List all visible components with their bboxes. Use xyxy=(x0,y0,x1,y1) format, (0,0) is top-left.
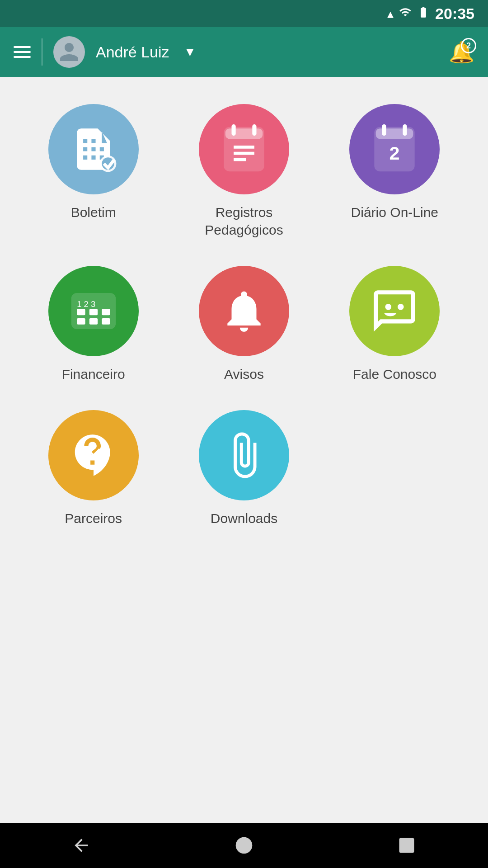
bottom-navigation-bar xyxy=(0,823,488,868)
boletim-label: Boletim xyxy=(71,203,116,221)
svg-rect-20 xyxy=(89,318,97,325)
fale-label: Fale Conosco xyxy=(353,365,436,383)
svg-rect-16 xyxy=(77,309,85,315)
svg-rect-18 xyxy=(102,309,110,315)
registros-label: Registros Pedagógicos xyxy=(178,203,310,239)
svg-rect-10 xyxy=(376,128,413,139)
svg-text:2: 2 xyxy=(389,143,400,164)
battery-icon xyxy=(417,6,430,22)
downloads-label: Downloads xyxy=(211,509,277,527)
fale-icon-circle xyxy=(349,266,440,356)
svg-point-24 xyxy=(236,837,253,854)
notification-badge: 2 xyxy=(461,38,476,53)
back-button[interactable] xyxy=(71,835,91,855)
menu-item-diario[interactable]: 2 Diário On-Line xyxy=(328,104,461,239)
menu-item-parceiros[interactable]: Parceiros xyxy=(27,410,160,527)
menu-grid: Boletim Registros Pedagógicos xyxy=(27,104,461,527)
menu-item-financeiro[interactable]: 1 2 3 Financeiro xyxy=(27,266,160,383)
boletim-icon-circle xyxy=(48,104,139,194)
user-name: André Luiz xyxy=(96,43,169,61)
dropdown-arrow-icon[interactable]: ▼ xyxy=(184,45,197,59)
wifi-icon: ▴ xyxy=(387,6,394,21)
parceiros-icon-circle xyxy=(48,410,139,500)
avisos-icon-circle xyxy=(199,266,289,356)
svg-point-22 xyxy=(385,304,392,310)
avisos-label: Avisos xyxy=(224,365,264,383)
avatar xyxy=(53,36,85,68)
home-button[interactable] xyxy=(234,835,254,855)
svg-rect-25 xyxy=(399,838,414,853)
financeiro-label: Financeiro xyxy=(62,365,125,383)
menu-item-registros[interactable]: Registros Pedagógicos xyxy=(178,104,310,239)
svg-rect-17 xyxy=(89,309,97,315)
registros-icon-circle xyxy=(199,104,289,194)
svg-point-23 xyxy=(398,304,404,310)
svg-rect-21 xyxy=(102,318,110,325)
menu-item-fale[interactable]: Fale Conosco xyxy=(328,266,461,383)
hamburger-button[interactable] xyxy=(14,46,31,58)
diario-icon-circle: 2 xyxy=(349,104,440,194)
svg-rect-19 xyxy=(77,318,85,325)
svg-text:1 2 3: 1 2 3 xyxy=(77,299,95,309)
menu-item-boletim[interactable]: Boletim xyxy=(27,104,160,239)
top-bar-left: André Luiz ▼ xyxy=(14,36,196,68)
financeiro-icon-circle: 1 2 3 xyxy=(48,266,139,356)
divider xyxy=(42,38,42,66)
menu-item-avisos[interactable]: Avisos xyxy=(178,266,310,383)
signal-icon xyxy=(399,6,412,22)
parceiros-label: Parceiros xyxy=(65,509,122,527)
status-bar: ▴ 20:35 xyxy=(0,0,488,27)
svg-rect-3 xyxy=(225,128,263,139)
menu-item-downloads[interactable]: Downloads xyxy=(178,410,310,527)
notification-button[interactable]: 🔔 2 xyxy=(449,40,474,64)
main-content: Boletim Registros Pedagógicos xyxy=(0,77,488,823)
top-bar: André Luiz ▼ 🔔 2 xyxy=(0,27,488,77)
status-icons: ▴ 20:35 xyxy=(387,5,474,23)
downloads-icon-circle xyxy=(199,410,289,500)
recent-button[interactable] xyxy=(397,835,417,855)
diario-label: Diário On-Line xyxy=(351,203,438,221)
status-time: 20:35 xyxy=(435,5,474,23)
